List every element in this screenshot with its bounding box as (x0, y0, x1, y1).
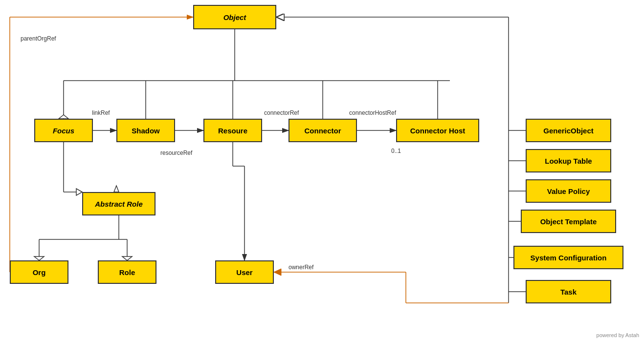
box-system-config[interactable]: System Configuration (513, 246, 623, 269)
box-user[interactable]: User (215, 260, 274, 284)
label-0-1: 0..1 (391, 148, 401, 154)
box-connector-host[interactable]: Connector Host (396, 119, 479, 142)
box-lookup-table[interactable]: Lookup Table (526, 149, 611, 172)
label-connectorHostRef: connectorHostRef (349, 109, 396, 116)
powered-by: powered by Astah (597, 332, 639, 338)
box-generic-object[interactable]: GenericObject (526, 119, 611, 142)
svg-marker-8 (114, 186, 119, 192)
svg-marker-19 (76, 189, 82, 195)
box-task[interactable]: Task (526, 280, 611, 303)
svg-marker-41 (274, 269, 281, 276)
box-resoure[interactable]: Resoure (203, 119, 262, 142)
box-connector[interactable]: Connector (289, 119, 357, 142)
box-object[interactable]: Object (193, 5, 276, 29)
box-role[interactable]: Role (98, 260, 156, 284)
box-object-template[interactable]: Object Template (521, 210, 616, 233)
svg-marker-25 (122, 256, 132, 260)
label-parentOrgRef: parentOrgRef (21, 35, 56, 42)
box-value-policy[interactable]: Value Policy (526, 179, 611, 203)
box-abstract-role[interactable]: Abstract Role (82, 192, 155, 215)
box-shadow[interactable]: Shadow (116, 119, 175, 142)
diagram-canvas: Object Focus Shadow Resoure Connector Co… (0, 0, 644, 342)
box-focus[interactable]: Focus (34, 119, 93, 142)
svg-marker-24 (34, 256, 44, 260)
label-ownerRef: ownerRef (289, 264, 313, 271)
label-linkRef: linkRef (92, 109, 110, 116)
label-connectorRef: connectorRef (264, 109, 299, 116)
svg-marker-7 (59, 115, 68, 119)
box-org[interactable]: Org (10, 260, 68, 284)
label-resourceRef: resourceRef (160, 150, 192, 156)
